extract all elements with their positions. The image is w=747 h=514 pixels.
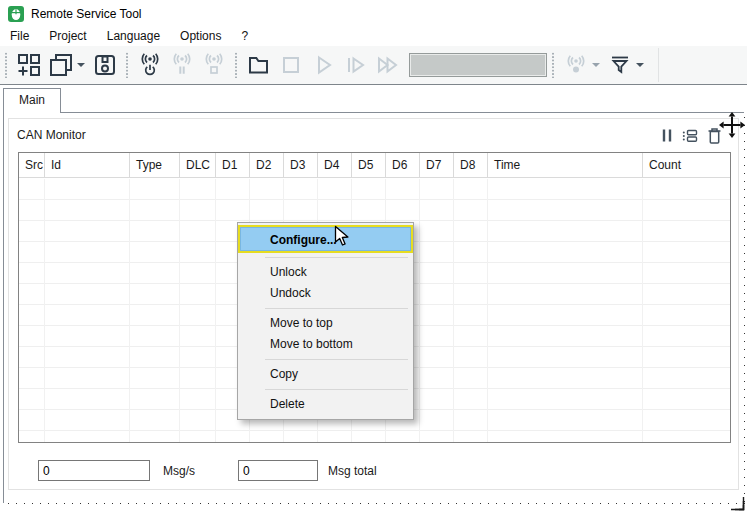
move-cursor-icon [719,112,745,138]
titlebar: Remote Service Tool [0,0,747,27]
column-header-dlc[interactable]: DLC [180,153,216,178]
column-header-type[interactable]: Type [130,153,180,178]
step-icon [343,53,367,77]
pause-connection-button [166,50,198,80]
menu-item-copy[interactable]: Copy [238,364,413,385]
table-header: SrcIdTypeDLCD1D2D3D4D5D6D7D8TimeCount [19,153,730,178]
menu-item-undock[interactable]: Undock [238,283,413,304]
menu-item-delete[interactable]: Delete [238,394,413,415]
windows-button[interactable] [45,50,77,80]
column-header-d3[interactable]: D3 [284,153,318,178]
column-header-d4[interactable]: D4 [318,153,352,178]
menubar-item-file[interactable]: File [0,27,39,46]
column-gridline [487,179,488,442]
column-gridline [129,179,130,442]
table-row [19,431,730,442]
toolbar-grip[interactable] [551,52,555,78]
toolbar-grip[interactable] [4,52,8,78]
menu-separator [265,359,408,360]
window-title: Remote Service Tool [31,7,142,21]
tabbar: Main [0,85,747,112]
fast-forward-icon [375,53,399,77]
step-button [339,50,371,80]
dashed-border-bottom [8,503,747,504]
column-gridline [419,179,420,442]
column-header-src[interactable]: Src [19,153,45,178]
column-header-d2[interactable]: D2 [250,153,284,178]
msg-rate-label: Msg/s [163,464,195,478]
column-header-d7[interactable]: D7 [420,153,454,178]
menubar-item-language[interactable]: Language [97,27,170,46]
column-gridline [179,179,180,442]
column-header-d6[interactable]: D6 [386,153,420,178]
menu-item-move-to-top[interactable]: Move to top [238,313,413,334]
column-header-id[interactable]: Id [45,153,130,178]
column-gridline [215,179,216,442]
panel-title: CAN Monitor [17,128,86,142]
menu-item-unlock[interactable]: Unlock [238,262,413,283]
filter-dropdown-caret[interactable] [636,63,644,67]
toolbar-grip[interactable] [234,52,238,78]
play-button [307,50,339,80]
menu-separator [265,389,408,390]
column-header-d1[interactable]: D1 [216,153,250,178]
antenna-stop-icon [202,53,226,77]
add-view-button[interactable] [13,50,45,80]
menu-separator [265,308,408,309]
stop-connection-button [198,50,230,80]
antenna-power-icon [138,53,162,77]
folder-icon [247,53,271,77]
context-menu: Configure...UnlockUndockMove to topMove … [237,222,414,420]
stop-playback-button [275,50,307,80]
open-log-button[interactable] [243,50,275,80]
column-header-d5[interactable]: D5 [352,153,386,178]
menubar: FileProjectLanguageOptions? [0,27,747,46]
msg-total-field[interactable] [238,460,318,481]
toolbar [0,46,747,85]
windows-icon [49,53,73,77]
antenna-icon [564,53,588,77]
dock-icon[interactable] [682,129,698,143]
menu-item-move-to-bottom[interactable]: Move to bottom [238,334,413,355]
fast-forward-button [371,50,403,80]
filter-button[interactable] [604,50,636,80]
column-header-d8[interactable]: D8 [454,153,488,178]
tab-main[interactable]: Main [3,88,61,113]
channel-dropdown-caret[interactable] [592,63,600,67]
app-icon [8,6,24,22]
toolbar-grip[interactable] [125,52,129,78]
menubar-item-project[interactable]: Project [39,27,96,46]
resize-grip-icon[interactable] [729,495,746,512]
progress-display [409,53,547,77]
mouse-cursor-icon [334,225,353,248]
filter-icon [608,53,632,77]
panel-header-icons [661,127,722,144]
msg-total-label: Msg total [328,464,377,478]
menubar-item-options[interactable]: Options [170,27,231,46]
connect-button[interactable] [134,50,166,80]
column-header-count[interactable]: Count [643,153,730,178]
save-icon [93,53,117,77]
menu-item-configure[interactable]: Configure... [240,227,411,251]
table-row [19,179,730,200]
table-row [19,200,730,221]
save-button[interactable] [89,50,121,80]
dashed-border-right [744,117,745,504]
column-gridline [642,179,643,442]
channel-button [560,50,592,80]
msg-rate-field[interactable] [38,460,150,481]
pause-icon[interactable] [661,128,673,143]
antenna-pause-icon [170,53,194,77]
menubar-item-item[interactable]: ? [231,27,258,46]
stop-icon [279,53,303,77]
play-icon [311,53,335,77]
menu-separator [265,257,408,258]
column-gridline [453,179,454,442]
column-gridline [44,179,45,442]
windows-dropdown-caret[interactable] [77,63,85,67]
column-header-time[interactable]: Time [488,153,643,178]
annotation-highlight-box: Configure... [238,225,413,253]
grid-add-icon [17,53,41,77]
toolbar-divider [658,48,659,82]
